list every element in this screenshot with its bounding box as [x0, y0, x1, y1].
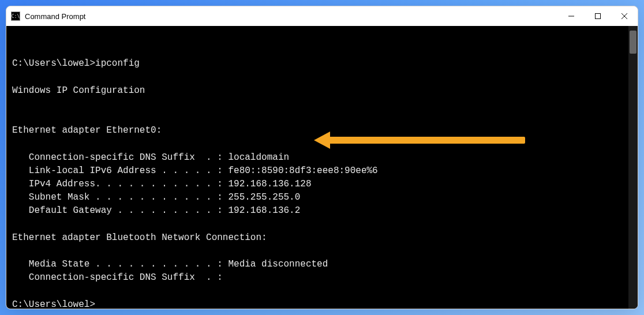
ipv4-address-line: IPv4 Address. . . . . . . . . . . : 192.…	[12, 179, 311, 189]
default-gateway-line: Default Gateway . . . . . . . . . : 192.…	[12, 205, 300, 216]
cmd-icon: C:\	[11, 12, 20, 21]
command-prompt-window: C:\ Command Prompt C:\Users\lowel>ipconf…	[6, 6, 638, 309]
adapter-header-bluetooth: Ethernet adapter Bluetooth Network Conne…	[12, 232, 267, 243]
adapter-header-ethernet0: Ethernet adapter Ethernet0:	[12, 125, 162, 136]
command-text: ipconfig	[95, 58, 140, 69]
subnet-mask-line: Subnet Mask . . . . . . . . . . . : 255.…	[12, 192, 300, 202]
prompt-path: C:\Users\lowel>	[12, 299, 95, 309]
window-title: Command Prompt	[25, 12, 558, 21]
prompt-line-1: C:\Users\lowel>ipconfig	[12, 58, 140, 69]
close-button[interactable]	[611, 6, 638, 26]
prompt-line-2: C:\Users\lowel>	[12, 299, 100, 309]
ipv6-address-line: Link-local IPv6 Address . . . . . : fe80…	[12, 166, 378, 176]
maximize-button[interactable]	[585, 6, 611, 26]
dns-suffix-line: Connection-specific DNS Suffix . : local…	[12, 152, 289, 163]
svg-rect-1	[596, 14, 601, 19]
ipconfig-header: Windows IP Configuration	[12, 85, 145, 96]
window-controls	[558, 6, 638, 26]
media-state-line: Media State . . . . . . . . . . . : Medi…	[12, 259, 328, 269]
dns-suffix-line-2: Connection-specific DNS Suffix . :	[12, 272, 223, 283]
minimize-button[interactable]	[558, 6, 585, 26]
title-bar[interactable]: C:\ Command Prompt	[6, 6, 638, 26]
terminal-output[interactable]: C:\Users\lowel>ipconfig Windows IP Confi…	[6, 26, 638, 309]
prompt-path: C:\Users\lowel>	[12, 58, 95, 69]
terminal-text: C:\Users\lowel>ipconfig Windows IP Confi…	[12, 57, 632, 309]
scrollbar-track[interactable]	[628, 26, 638, 309]
scrollbar-thumb[interactable]	[630, 31, 636, 54]
